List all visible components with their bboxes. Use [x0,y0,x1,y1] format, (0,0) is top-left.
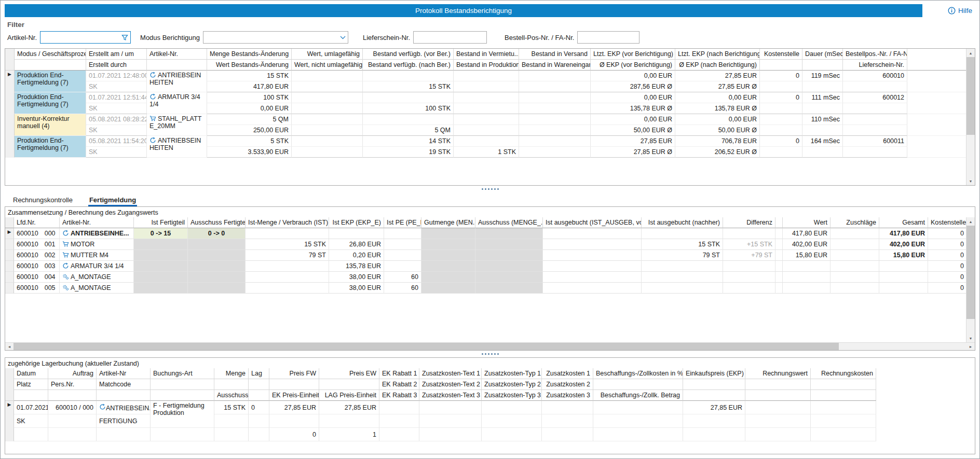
cell-ist-ekp[interactable]: 0,20 EUR [329,250,384,261]
tab-fertigmeldung[interactable]: Fertigmeldung [88,194,137,206]
cell-gutmenge[interactable] [421,228,475,239]
value-cell[interactable] [454,103,519,114]
article-cell[interactable]: A_MONTAGE [60,272,134,283]
column-header[interactable] [97,390,151,401]
cell[interactable] [48,414,97,428]
cell-wert[interactable] [783,283,831,294]
cell-gutmenge[interactable] [421,250,475,261]
horizontal-splitter[interactable] [5,351,975,357]
column-header[interactable]: Lieferschein-Nr. [843,60,907,71]
cell-ausgebucht-vor[interactable] [543,239,642,250]
column-header[interactable]: Preis EW [319,368,379,379]
cell-ausgebucht-nach[interactable]: 15 STK [642,239,723,250]
cell-ausgebucht-nach[interactable]: 79 ST [642,250,723,261]
created-at-cell[interactable]: 01.07.2021 12:51:44 [86,92,147,103]
cell-differenz[interactable] [723,228,775,239]
value-cell[interactable] [454,81,519,92]
cell-ist-pe[interactable]: 60 [384,272,421,283]
cell-ist-fertigteil[interactable] [134,250,188,261]
column-header[interactable]: Bestand in Produktion [454,60,519,71]
row-selector[interactable]: ▶ [5,228,14,239]
column-header[interactable]: Beschaffungs-/Zollkosten in % [593,368,683,379]
row-selector[interactable] [5,261,14,272]
cell[interactable] [48,428,97,441]
cell[interactable] [482,401,542,414]
column-header[interactable]: EK Rabatt 2 [379,379,419,390]
buchungs-art-cell[interactable]: F - Fertigmeldung Produktion [151,401,214,428]
cell-ist-menge[interactable] [246,272,329,283]
column-header[interactable]: Menge Bestands-Änderung [207,49,292,60]
created-at-cell[interactable]: 05.08.2021 11:54:20 [86,136,147,147]
column-header[interactable]: Zusatzkosten 2 [542,379,593,390]
column-header[interactable] [745,390,811,401]
column-header[interactable]: Lfd.Nr. [14,217,60,228]
column-header[interactable] [811,390,876,401]
value-cell[interactable]: 1 STK [454,147,519,158]
cell-differenz[interactable]: +79 ST [723,250,775,261]
value-cell[interactable] [760,81,802,92]
row-selector[interactable] [5,283,14,294]
cell-ausgebucht-vor[interactable] [543,272,642,283]
cell-wert[interactable]: 15,80 EUR [783,250,831,261]
cell[interactable] [745,414,811,428]
value-cell[interactable]: 15 STK [207,71,292,81]
value-cell[interactable]: 27,85 EUR Ø [591,147,675,158]
column-header[interactable]: Erstellt durch [86,60,147,71]
cell[interactable]: 1 [319,428,379,441]
cell-ausgebucht-nach[interactable] [642,283,723,294]
cell-wert[interactable]: 402,00 EUR [783,239,831,250]
cell[interactable] [419,414,482,428]
row-selector[interactable]: ▶ [5,401,14,441]
column-header[interactable]: Zusatzkosten-Text 3 [419,390,482,401]
cell-ist-pe[interactable] [384,239,421,250]
lfd-nr-cell[interactable]: 600010001 [14,239,60,250]
value-cell[interactable] [292,147,363,158]
value-cell[interactable]: 706,78 EUR [675,136,760,147]
cell[interactable] [151,428,214,441]
cell[interactable]: 01.07.2021 [14,401,48,414]
horizontal-scrollbar[interactable]: ◄ ► [5,342,975,350]
value-cell[interactable] [454,125,519,136]
cell-ausschuss-fertigteil[interactable]: 0 -> 0 [188,228,246,239]
column-header[interactable]: Bestand in Wareneingang [519,60,591,71]
column-header[interactable]: Menge [214,368,249,379]
cell[interactable] [379,428,419,441]
lfd-nr-cell[interactable]: 600010004 [14,272,60,283]
cell[interactable] [269,414,319,428]
cell[interactable]: 0 [269,428,319,441]
cell[interactable] [419,428,482,441]
cell[interactable] [419,401,482,414]
value-cell[interactable] [843,103,907,114]
column-header[interactable]: Dauer (mSec) [802,49,843,60]
value-cell[interactable]: 19 STK [363,147,454,158]
cell[interactable]: FERTIGUNG [97,414,151,428]
cell-ausgebucht-nach[interactable] [642,272,723,283]
value-cell[interactable] [802,147,843,158]
row-selector[interactable] [5,250,14,261]
column-header[interactable]: Buchungs-Art [151,368,214,379]
modus-cell[interactable]: Produktion End-Fertigmeldung (7) [15,92,86,114]
cell-gesamt[interactable]: 417,80 EUR [879,228,928,239]
row-selector[interactable] [5,136,15,158]
value-cell[interactable] [802,81,843,92]
column-header[interactable]: Gesamt [879,217,928,228]
cell[interactable]: 0 [249,401,269,414]
cell[interactable] [379,401,419,414]
value-cell[interactable] [292,92,363,103]
cell[interactable] [811,401,876,414]
bestellpos-nr-field[interactable] [580,34,637,41]
value-cell[interactable] [292,71,363,81]
cell[interactable]: SK [14,414,48,428]
cell[interactable] [249,414,269,428]
value-cell[interactable] [454,114,519,125]
value-cell[interactable]: 0,00 EUR [675,92,760,103]
column-header[interactable]: EK Preis-Einheit [269,390,319,401]
article-cell[interactable]: A_MONTAGE [60,283,134,294]
value-cell[interactable]: 50,00 EUR Ø [675,125,760,136]
cell-ist-pe[interactable] [384,228,421,239]
value-cell[interactable] [519,114,591,125]
column-header[interactable]: Ist ausgebucht (IST_AUSGEB, vor... [543,217,642,228]
value-cell[interactable]: 3.533,90 EUR [207,147,292,158]
value-cell[interactable]: 111 mSec [802,92,843,103]
column-header[interactable]: Zusatzkosten 1 [542,368,593,379]
